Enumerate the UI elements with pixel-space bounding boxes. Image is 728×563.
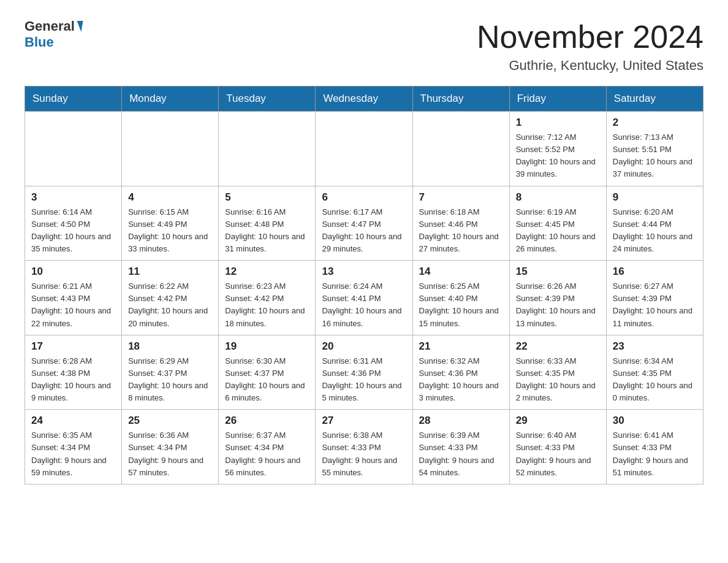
day-number: 24 — [31, 415, 115, 427]
day-info: Sunrise: 7:13 AMSunset: 5:51 PMDaylight:… — [613, 131, 697, 181]
calendar-cell: 15Sunrise: 6:26 AMSunset: 4:39 PMDayligh… — [509, 261, 606, 335]
logo-general-text: General — [25, 18, 75, 34]
day-number: 9 — [613, 191, 697, 204]
calendar-cell — [219, 112, 316, 186]
calendar-cell: 2Sunrise: 7:13 AMSunset: 5:51 PMDaylight… — [606, 112, 703, 186]
calendar-cell: 28Sunrise: 6:39 AMSunset: 4:33 PMDayligh… — [412, 410, 509, 484]
day-info: Sunrise: 6:33 AMSunset: 4:35 PMDaylight:… — [516, 355, 600, 405]
day-number: 4 — [128, 191, 212, 204]
calendar-weekday-header: Tuesday — [219, 86, 316, 112]
calendar-cell: 16Sunrise: 6:27 AMSunset: 4:39 PMDayligh… — [606, 261, 703, 335]
calendar-cell: 18Sunrise: 6:29 AMSunset: 4:37 PMDayligh… — [122, 335, 219, 410]
day-info: Sunrise: 6:29 AMSunset: 4:37 PMDaylight:… — [128, 355, 212, 405]
day-info: Sunrise: 6:15 AMSunset: 4:49 PMDaylight:… — [128, 206, 212, 256]
day-info: Sunrise: 6:28 AMSunset: 4:38 PMDaylight:… — [31, 355, 115, 405]
day-info: Sunrise: 6:40 AMSunset: 4:33 PMDaylight:… — [516, 429, 600, 479]
day-number: 25 — [128, 415, 212, 427]
day-info: Sunrise: 6:32 AMSunset: 4:36 PMDaylight:… — [419, 355, 503, 405]
calendar-cell: 30Sunrise: 6:41 AMSunset: 4:33 PMDayligh… — [606, 410, 703, 484]
calendar-weekday-header: Monday — [122, 86, 219, 112]
calendar-weekday-header: Friday — [509, 86, 606, 112]
day-number: 15 — [516, 266, 600, 278]
day-number: 21 — [419, 340, 503, 353]
calendar-cell: 27Sunrise: 6:38 AMSunset: 4:33 PMDayligh… — [316, 410, 412, 484]
day-number: 26 — [225, 415, 309, 427]
day-number: 6 — [322, 191, 406, 204]
day-info: Sunrise: 6:21 AMSunset: 4:43 PMDaylight:… — [31, 280, 115, 330]
calendar-cell: 13Sunrise: 6:24 AMSunset: 4:41 PMDayligh… — [316, 261, 412, 335]
calendar-weekday-header: Sunday — [25, 86, 122, 112]
day-number: 1 — [516, 117, 600, 129]
calendar-cell — [316, 112, 412, 186]
day-info: Sunrise: 7:12 AMSunset: 5:52 PMDaylight:… — [516, 131, 600, 181]
day-info: Sunrise: 6:27 AMSunset: 4:39 PMDaylight:… — [613, 280, 697, 330]
day-info: Sunrise: 6:37 AMSunset: 4:34 PMDaylight:… — [225, 429, 309, 479]
day-number: 12 — [225, 266, 309, 278]
calendar-cell: 10Sunrise: 6:21 AMSunset: 4:43 PMDayligh… — [25, 261, 122, 335]
calendar-cell — [412, 112, 509, 186]
day-info: Sunrise: 6:38 AMSunset: 4:33 PMDaylight:… — [322, 429, 406, 479]
day-number: 17 — [31, 340, 115, 353]
day-info: Sunrise: 6:20 AMSunset: 4:44 PMDaylight:… — [613, 206, 697, 256]
day-number: 29 — [516, 415, 600, 427]
day-info: Sunrise: 6:19 AMSunset: 4:45 PMDaylight:… — [516, 206, 600, 256]
day-info: Sunrise: 6:36 AMSunset: 4:34 PMDaylight:… — [128, 429, 212, 479]
calendar-cell: 19Sunrise: 6:30 AMSunset: 4:37 PMDayligh… — [219, 335, 316, 410]
day-number: 13 — [322, 266, 406, 278]
calendar-week-row: 3Sunrise: 6:14 AMSunset: 4:50 PMDaylight… — [25, 186, 703, 261]
day-number: 16 — [613, 266, 697, 278]
day-number: 8 — [516, 191, 600, 204]
calendar-cell: 6Sunrise: 6:17 AMSunset: 4:47 PMDaylight… — [316, 186, 412, 261]
day-number: 28 — [419, 415, 503, 427]
calendar-week-row: 1Sunrise: 7:12 AMSunset: 5:52 PMDaylight… — [25, 112, 703, 186]
day-info: Sunrise: 6:41 AMSunset: 4:33 PMDaylight:… — [613, 429, 697, 479]
day-info: Sunrise: 6:35 AMSunset: 4:34 PMDaylight:… — [31, 429, 115, 479]
month-title: November 2024 — [477, 18, 703, 55]
day-number: 10 — [31, 266, 115, 278]
calendar-cell: 29Sunrise: 6:40 AMSunset: 4:33 PMDayligh… — [509, 410, 606, 484]
day-info: Sunrise: 6:26 AMSunset: 4:39 PMDaylight:… — [516, 280, 600, 330]
calendar-cell: 23Sunrise: 6:34 AMSunset: 4:35 PMDayligh… — [606, 335, 703, 410]
day-info: Sunrise: 6:22 AMSunset: 4:42 PMDaylight:… — [128, 280, 212, 330]
day-number: 14 — [419, 266, 503, 278]
day-info: Sunrise: 6:14 AMSunset: 4:50 PMDaylight:… — [31, 206, 115, 256]
day-number: 23 — [613, 340, 697, 353]
calendar-cell: 24Sunrise: 6:35 AMSunset: 4:34 PMDayligh… — [25, 410, 122, 484]
day-info: Sunrise: 6:34 AMSunset: 4:35 PMDaylight:… — [613, 355, 697, 405]
day-number: 22 — [516, 340, 600, 353]
calendar-cell: 25Sunrise: 6:36 AMSunset: 4:34 PMDayligh… — [122, 410, 219, 484]
calendar-cell — [122, 112, 219, 186]
calendar-cell: 7Sunrise: 6:18 AMSunset: 4:46 PMDaylight… — [412, 186, 509, 261]
page-header: General Blue November 2024 Guthrie, Kent… — [25, 18, 703, 74]
calendar-cell: 1Sunrise: 7:12 AMSunset: 5:52 PMDaylight… — [509, 112, 606, 186]
calendar-weekday-header: Saturday — [606, 86, 703, 112]
calendar-weekday-header: Wednesday — [316, 86, 412, 112]
day-info: Sunrise: 6:23 AMSunset: 4:42 PMDaylight:… — [225, 280, 309, 330]
calendar-cell: 9Sunrise: 6:20 AMSunset: 4:44 PMDaylight… — [606, 186, 703, 261]
day-number: 5 — [225, 191, 309, 204]
logo-blue-text: Blue — [25, 34, 54, 50]
day-number: 19 — [225, 340, 309, 353]
calendar-cell: 21Sunrise: 6:32 AMSunset: 4:36 PMDayligh… — [412, 335, 509, 410]
day-number: 18 — [128, 340, 212, 353]
calendar-table: SundayMondayTuesdayWednesdayThursdayFrid… — [25, 86, 703, 484]
day-info: Sunrise: 6:18 AMSunset: 4:46 PMDaylight:… — [419, 206, 503, 256]
day-info: Sunrise: 6:25 AMSunset: 4:40 PMDaylight:… — [419, 280, 503, 330]
day-number: 27 — [322, 415, 406, 427]
calendar-weekday-header: Thursday — [412, 86, 509, 112]
calendar-cell: 8Sunrise: 6:19 AMSunset: 4:45 PMDaylight… — [509, 186, 606, 261]
calendar-week-row: 24Sunrise: 6:35 AMSunset: 4:34 PMDayligh… — [25, 410, 703, 484]
logo: General Blue — [25, 18, 83, 50]
calendar-cell: 20Sunrise: 6:31 AMSunset: 4:36 PMDayligh… — [316, 335, 412, 410]
calendar-cell: 12Sunrise: 6:23 AMSunset: 4:42 PMDayligh… — [219, 261, 316, 335]
calendar-cell: 3Sunrise: 6:14 AMSunset: 4:50 PMDaylight… — [25, 186, 122, 261]
day-info: Sunrise: 6:30 AMSunset: 4:37 PMDaylight:… — [225, 355, 309, 405]
calendar-cell: 11Sunrise: 6:22 AMSunset: 4:42 PMDayligh… — [122, 261, 219, 335]
title-section: November 2024 Guthrie, Kentucky, United … — [477, 18, 703, 74]
day-number: 7 — [419, 191, 503, 204]
day-info: Sunrise: 6:24 AMSunset: 4:41 PMDaylight:… — [322, 280, 406, 330]
calendar-cell: 22Sunrise: 6:33 AMSunset: 4:35 PMDayligh… — [509, 335, 606, 410]
calendar-cell: 5Sunrise: 6:16 AMSunset: 4:48 PMDaylight… — [219, 186, 316, 261]
day-info: Sunrise: 6:16 AMSunset: 4:48 PMDaylight:… — [225, 206, 309, 256]
day-number: 3 — [31, 191, 115, 204]
